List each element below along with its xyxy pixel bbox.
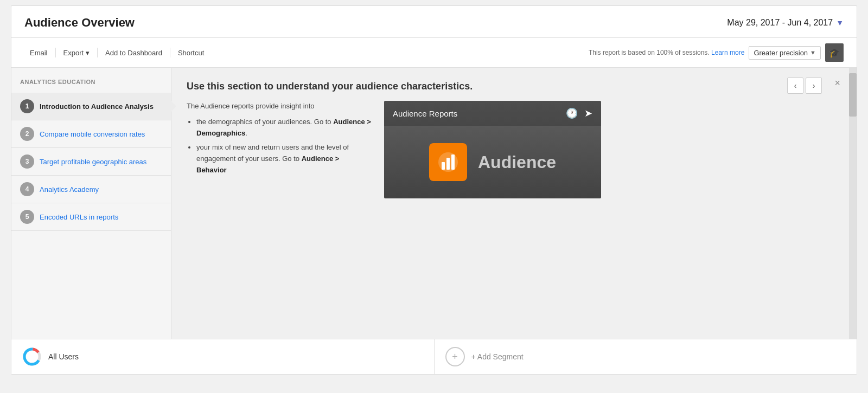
all-users-label: All Users xyxy=(48,352,79,361)
page-header: Audience Overview May 29, 2017 - Jun 4, … xyxy=(11,6,857,38)
panel-body: The Audience reports provide insight int… xyxy=(187,101,834,198)
add-segment-icon: + xyxy=(445,347,465,366)
all-users-section: All Users xyxy=(11,339,435,374)
export-button[interactable]: Export ▾ xyxy=(58,47,95,59)
panel-intro: The Audience reports provide insight int… xyxy=(187,101,371,112)
video-header: Audience Reports 🕐 ➤ xyxy=(384,101,601,126)
item-number-5: 5 xyxy=(20,210,34,224)
analytics-logo-svg xyxy=(437,151,459,173)
panel-navigation: ‹ › xyxy=(787,78,822,94)
toolbar-divider-1 xyxy=(55,48,56,57)
item-number-1: 1 xyxy=(20,99,34,113)
sidebar-item-2[interactable]: 2 Compare mobile conversion rates xyxy=(11,120,171,148)
date-range-text: May 29, 2017 - Jun 4, 2017 xyxy=(727,18,833,28)
panel-next-button[interactable]: › xyxy=(806,78,822,94)
panel-text-content: The Audience reports provide insight int… xyxy=(187,101,371,198)
shortcut-button[interactable]: Shortcut xyxy=(173,47,209,59)
sidebar-item-4[interactable]: 4 Analytics Academy xyxy=(11,176,171,203)
analytics-logo xyxy=(429,143,467,181)
svg-rect-3 xyxy=(451,154,455,170)
toolbar: Email Export ▾ Add to Dashboard Shortcut… xyxy=(11,38,857,68)
video-action-icons: 🕐 ➤ xyxy=(566,107,592,119)
sidebar-item-label-1: Introduction to Audience Analysis xyxy=(40,102,154,111)
behavior-link: Audience > Behavior xyxy=(196,154,339,174)
grad-cap-icon: 🎓 xyxy=(829,48,840,58)
precision-arrow-icon: ▼ xyxy=(810,49,816,56)
video-thumbnail: Audience xyxy=(384,126,601,198)
scrollbar-thumb[interactable] xyxy=(849,73,857,117)
item-number-3: 3 xyxy=(20,154,34,169)
precision-label: Greater precision xyxy=(754,49,808,57)
sidebar-item-3[interactable]: 3 Target profitable geographic areas xyxy=(11,148,171,176)
panel-close-button[interactable]: × xyxy=(834,78,840,89)
svg-rect-2 xyxy=(446,158,450,170)
toolbar-divider-3 xyxy=(170,48,170,57)
add-segment-label: + Add Segment xyxy=(471,352,524,361)
sidebar-item-1[interactable]: 1 Introduction to Audience Analysis xyxy=(11,93,171,120)
sidebar-item-label-4: Analytics Academy xyxy=(40,185,99,194)
all-users-donut-icon xyxy=(22,347,42,366)
sidebar-item-label-5: Encoded URLs in reports xyxy=(40,213,118,221)
toolbar-right: This report is based on 100% of sessions… xyxy=(589,43,844,62)
panel-heading: Use this section to understand your audi… xyxy=(187,81,834,92)
video-card[interactable]: Audience Reports 🕐 ➤ xyxy=(384,101,601,198)
demographics-link: Audience > Demographics xyxy=(196,118,371,137)
item-number-4: 4 xyxy=(20,182,34,196)
svg-rect-1 xyxy=(442,162,445,170)
bottom-bar: All Users + + Add Segment xyxy=(11,339,857,374)
add-segment-section[interactable]: + + Add Segment xyxy=(435,339,857,374)
panel-bullet-1: the demographics of your audiences. Go t… xyxy=(196,117,371,139)
add-dashboard-button[interactable]: Add to Dashboard xyxy=(100,47,168,59)
panel-bullet-2: your mix of new and return users and the… xyxy=(196,142,371,176)
email-button[interactable]: Email xyxy=(24,47,53,59)
main-content: ANALYTICS EDUCATION 1 Introduction to Au… xyxy=(11,68,857,339)
item-number-2: 2 xyxy=(20,127,34,141)
sidebar-item-label-2: Compare mobile conversion rates xyxy=(40,130,145,138)
export-label: Export xyxy=(63,49,84,57)
panel-prev-button[interactable]: ‹ xyxy=(787,78,803,94)
scrollbar-track[interactable] xyxy=(849,68,857,339)
toolbar-divider-2 xyxy=(97,48,98,57)
export-chevron-icon: ▾ xyxy=(86,49,90,57)
date-range-selector[interactable]: May 29, 2017 - Jun 4, 2017 ▼ xyxy=(727,18,844,28)
graduation-cap-button[interactable]: 🎓 xyxy=(825,43,844,62)
sidebar-item-label-3: Target profitable geographic areas xyxy=(40,158,146,166)
report-info-text: This report is based on 100% of sessions… xyxy=(589,49,745,56)
video-title: Audience Reports xyxy=(393,109,457,118)
precision-selector[interactable]: Greater precision ▼ xyxy=(749,46,821,60)
report-info-static: This report is based on 100% of sessions… xyxy=(589,49,710,56)
date-range-arrow-icon: ▼ xyxy=(836,18,844,27)
video-label-overlay: Audience xyxy=(478,152,556,172)
content-panel: ‹ › × Use this section to understand you… xyxy=(171,68,849,339)
page-title: Audience Overview xyxy=(24,16,135,30)
learn-more-link[interactable]: Learn more xyxy=(711,49,744,56)
share-icon[interactable]: ➤ xyxy=(584,107,592,119)
analytics-education-sidebar: ANALYTICS EDUCATION 1 Introduction to Au… xyxy=(11,68,171,339)
toolbar-left: Email Export ▾ Add to Dashboard Shortcut xyxy=(24,47,589,59)
sidebar-section-title: ANALYTICS EDUCATION xyxy=(11,79,171,93)
panel-bullets-list: the demographics of your audiences. Go t… xyxy=(187,117,371,176)
clock-icon[interactable]: 🕐 xyxy=(566,107,578,119)
sidebar-item-5[interactable]: 5 Encoded URLs in reports xyxy=(11,203,171,231)
